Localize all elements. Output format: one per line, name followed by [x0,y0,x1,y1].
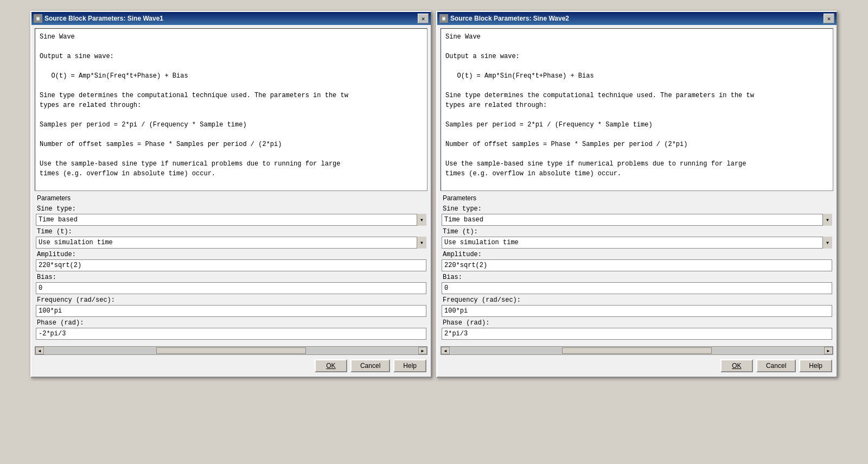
params-title-2: Parameters [442,194,832,202]
title-bar-1: ▣ Source Block Parameters: Sine Wave1 ✕ [31,12,431,25]
h-scroll-left-1[interactable]: ◀ [35,347,44,354]
sine-type-row-2: Sine type: Time based ▼ [442,205,832,226]
phase-row-1: Phase (rad): [36,319,426,340]
bias-input-1[interactable] [36,282,426,294]
title-bar-2: ▣ Source Block Parameters: Sine Wave2 ✕ [437,12,837,25]
bias-row-2: Bias: [442,274,832,294]
amplitude-input-1[interactable] [36,259,426,271]
window-icon-1: ▣ [34,14,42,23]
time-dropdown-wrapper-1: Use simulation time ▼ [36,237,426,249]
sine-type-label-1: Sine type: [36,205,426,213]
frequency-row-1: Frequency (rad/sec): [36,296,426,317]
time-row-1: Time (t): Use simulation time ▼ [36,228,426,249]
close-button-1[interactable]: ✕ [418,14,429,23]
amplitude-label-2: Amplitude: [442,251,832,258]
frequency-input-1[interactable] [36,305,426,317]
frequency-row-2: Frequency (rad/sec): [442,296,832,317]
amplitude-input-2[interactable] [442,259,832,271]
time-row-2: Time (t): Use simulation time ▼ [442,228,832,249]
bias-label-1: Bias: [36,274,426,281]
help-button-2[interactable]: Help [799,359,832,372]
cancel-button-1[interactable]: Cancel [350,359,390,372]
frequency-label-1: Frequency (rad/sec): [36,296,426,304]
bias-input-2[interactable] [442,282,832,294]
cancel-button-2[interactable]: Cancel [756,359,796,372]
description-text-1: Sine Wave Output a sine wave: O(t) = Amp… [35,28,427,191]
phase-input-1[interactable] [36,328,426,340]
h-scroll-thumb-2 [562,347,711,354]
title-text-1: Source Block Parameters: Sine Wave1 [44,15,416,22]
button-row-1: OK Cancel Help [31,356,431,377]
time-dropdown-2[interactable]: Use simulation time [442,237,832,249]
h-scroll-right-1[interactable]: ▶ [418,347,427,354]
time-label-2: Time (t): [442,228,832,236]
phase-label-2: Phase (rad): [442,319,832,327]
help-button-1[interactable]: Help [393,359,426,372]
phase-row-2: Phase (rad): [442,319,832,340]
title-text-2: Source Block Parameters: Sine Wave2 [450,15,821,22]
description-text-2: Sine Wave Output a sine wave: O(t) = Amp… [441,28,833,191]
sine-type-row-1: Sine type: Time based ▼ [36,205,426,226]
dialog-body-2: Sine Wave Output a sine wave: O(t) = Amp… [437,25,837,377]
phase-input-2[interactable] [442,328,832,340]
params-section-2: Parameters Sine type: Time based ▼ Time … [437,191,837,345]
bias-row-1: Bias: [36,274,426,294]
frequency-input-2[interactable] [442,305,832,317]
time-dropdown-1[interactable]: Use simulation time [36,237,426,249]
h-scroll-track-2 [450,347,824,354]
h-scroll-left-2[interactable]: ◀ [441,347,450,354]
h-scrollbar-1[interactable]: ◀ ▶ [35,346,427,355]
sine-type-dropdown-wrapper-1: Time based ▼ [36,214,426,226]
close-button-2[interactable]: ✕ [824,14,834,23]
h-scroll-right-2[interactable]: ▶ [824,347,833,354]
frequency-label-2: Frequency (rad/sec): [442,296,832,304]
h-scroll-thumb-1 [156,347,305,354]
params-section-1: Parameters Sine type: Time based ▼ Time … [31,191,431,345]
sine-type-dropdown-2[interactable]: Time based [442,214,832,226]
dialog-sine-wave2: ▣ Source Block Parameters: Sine Wave2 ✕ … [436,11,838,378]
bias-label-2: Bias: [442,274,832,281]
ok-button-2[interactable]: OK [720,359,753,372]
amplitude-label-1: Amplitude: [36,251,426,258]
button-row-2: OK Cancel Help [437,356,837,377]
time-label-1: Time (t): [36,228,426,236]
h-scrollbar-2[interactable]: ◀ ▶ [441,346,833,355]
ok-button-1[interactable]: OK [315,359,347,372]
phase-label-1: Phase (rad): [36,319,426,327]
sine-type-dropdown-1[interactable]: Time based [36,214,426,226]
time-dropdown-wrapper-2: Use simulation time ▼ [442,237,832,249]
params-title-1: Parameters [36,194,426,202]
amplitude-row-1: Amplitude: [36,251,426,271]
sine-type-label-2: Sine type: [442,205,832,213]
dialog-body-1: Sine Wave Output a sine wave: O(t) = Amp… [31,25,431,377]
window-icon-2: ▣ [439,14,448,23]
h-scroll-track-1 [44,347,418,354]
dialog-sine-wave1: ▣ Source Block Parameters: Sine Wave1 ✕ … [30,11,432,378]
sine-type-dropdown-wrapper-2: Time based ▼ [442,214,832,226]
amplitude-row-2: Amplitude: [442,251,832,271]
